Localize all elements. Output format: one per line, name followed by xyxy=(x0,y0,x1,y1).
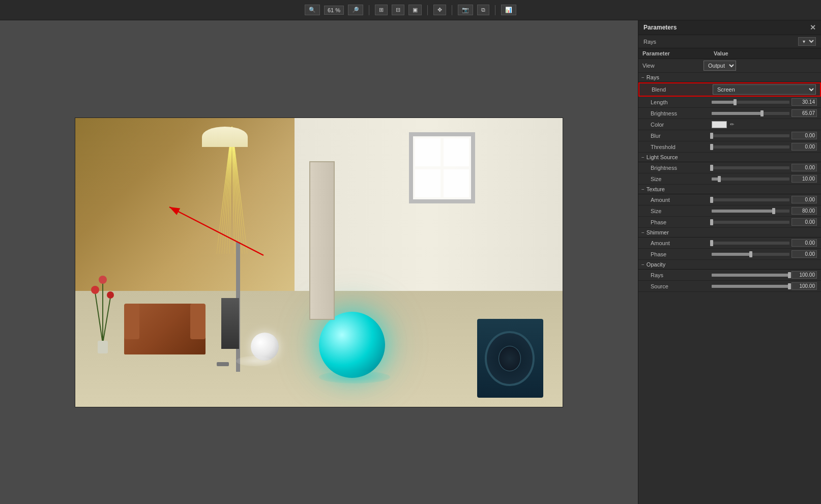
shimmer-phase-value-area xyxy=(712,250,817,258)
texture-size-label: Size xyxy=(651,208,712,214)
svg-rect-19 xyxy=(98,341,108,353)
close-button[interactable]: ✕ xyxy=(810,23,816,32)
ls-brightness-input[interactable] xyxy=(791,164,817,171)
opacity-source-input[interactable] xyxy=(791,282,817,290)
texture-toggle-icon: − xyxy=(641,187,644,192)
opacity-rays-input[interactable] xyxy=(791,271,817,279)
zoom-in-button[interactable]: 🔍 xyxy=(305,5,320,15)
blend-select[interactable]: Screen Add Multiply xyxy=(713,84,816,95)
shimmer-phase-slider[interactable] xyxy=(712,253,789,256)
ls-brightness-row: Brightness xyxy=(638,162,821,173)
texture-size-slider[interactable] xyxy=(712,210,789,213)
shimmer-toggle-icon: − xyxy=(641,230,644,235)
camera-btn[interactable]: 📷 xyxy=(458,5,473,15)
shimmer-section-label: Shimmer xyxy=(647,229,669,235)
layout-btn-3[interactable]: ▣ xyxy=(408,5,422,15)
blend-value-area: Screen Add Multiply xyxy=(713,84,816,95)
texture-phase-row: Phase xyxy=(638,217,821,228)
color-label: Color xyxy=(651,122,712,128)
move-btn[interactable]: ✥ xyxy=(433,5,446,15)
texture-size-input[interactable] xyxy=(791,207,817,215)
window xyxy=(409,132,475,203)
main-area: Parameters ✕ Rays ▾ Parameter Value View… xyxy=(0,20,821,504)
flowers-container xyxy=(85,262,121,354)
opacity-rays-value-area xyxy=(712,271,817,279)
shimmer-section-header[interactable]: − Shimmer xyxy=(638,228,821,238)
opacity-rays-label: Rays xyxy=(651,272,712,278)
lamp-base xyxy=(217,362,229,366)
svg-point-17 xyxy=(99,276,107,284)
rays-brightness-thumb xyxy=(760,110,764,116)
floor-glow-cyan xyxy=(319,371,390,383)
zoom-level-label: 61 % xyxy=(324,6,344,15)
texture-amount-thumb xyxy=(710,197,713,203)
blur-slider[interactable] xyxy=(712,134,789,137)
length-row: Length xyxy=(638,97,821,108)
shimmer-phase-fill xyxy=(712,253,751,256)
shimmer-amount-slider[interactable] xyxy=(712,242,789,245)
svg-point-16 xyxy=(91,286,99,294)
texture-amount-slider[interactable] xyxy=(712,198,789,201)
view-select-wrap: Output xyxy=(703,61,817,71)
blur-value-area xyxy=(712,132,817,139)
shimmer-amount-thumb xyxy=(710,240,713,246)
render-viewport[interactable] xyxy=(75,117,563,407)
rays-brightness-fill xyxy=(712,112,762,115)
color-edit-button[interactable]: ✏ xyxy=(729,122,735,127)
rays-section-header[interactable]: − Rays xyxy=(638,73,821,82)
threshold-input[interactable] xyxy=(791,143,817,151)
cabinet xyxy=(309,161,335,320)
length-slider-fill xyxy=(712,101,735,104)
layout-btn-1[interactable]: ⊞ xyxy=(375,5,388,15)
washing-machine xyxy=(477,319,543,398)
subheader-label: Rays xyxy=(643,39,656,45)
ls-size-slider[interactable] xyxy=(712,177,789,181)
threshold-thumb xyxy=(710,144,713,150)
threshold-label: Threshold xyxy=(651,144,712,150)
shimmer-amount-input[interactable] xyxy=(791,239,817,247)
toolbar-separator-1 xyxy=(369,5,369,15)
texture-size-thumb xyxy=(772,208,775,214)
opacity-source-slider[interactable] xyxy=(712,285,789,288)
length-value-input[interactable] xyxy=(791,98,817,106)
texture-phase-input[interactable] xyxy=(791,218,817,226)
texture-amount-label: Amount xyxy=(651,197,712,203)
threshold-row: Threshold xyxy=(638,141,821,153)
shimmer-amount-row: Amount xyxy=(638,238,821,249)
ls-brightness-slider[interactable] xyxy=(712,166,789,169)
rays-brightness-input[interactable] xyxy=(791,109,817,117)
view-row: View Output xyxy=(638,59,821,73)
rays-section-label: Rays xyxy=(647,74,659,80)
rays-brightness-slider[interactable] xyxy=(712,112,789,115)
view-select[interactable]: Output xyxy=(703,61,736,71)
blur-input[interactable] xyxy=(791,132,817,139)
length-slider-thumb xyxy=(734,99,737,105)
texture-phase-slider[interactable] xyxy=(712,221,789,224)
subheader-dropdown[interactable]: ▾ xyxy=(798,37,816,46)
blur-row: Blur xyxy=(638,130,821,141)
ls-brightness-thumb xyxy=(710,165,713,171)
rays-brightness-label: Brightness xyxy=(651,110,712,116)
opacity-source-value-area xyxy=(712,282,817,290)
stats-btn[interactable]: 📊 xyxy=(501,5,516,15)
length-slider[interactable] xyxy=(712,101,789,104)
window-btn[interactable]: ⧉ xyxy=(477,5,489,15)
zoom-out-button[interactable]: 🔎 xyxy=(348,5,363,15)
opacity-section-header[interactable]: − Opacity xyxy=(638,260,821,270)
svg-line-13 xyxy=(95,292,103,343)
texture-section-header[interactable]: − Texture xyxy=(638,185,821,194)
texture-amount-input[interactable] xyxy=(791,196,817,203)
shimmer-phase-input[interactable] xyxy=(791,250,817,258)
color-swatch[interactable] xyxy=(712,121,727,128)
ls-size-input[interactable] xyxy=(791,175,817,183)
opacity-section-label: Opacity xyxy=(647,261,665,268)
window-panes xyxy=(413,136,471,199)
light-source-section-header[interactable]: − Light Source xyxy=(638,153,821,162)
ls-size-row: Size xyxy=(638,173,821,185)
layout-btn-2[interactable]: ⊟ xyxy=(392,5,404,15)
threshold-slider[interactable] xyxy=(712,145,789,149)
opacity-rays-slider[interactable] xyxy=(712,274,789,277)
shimmer-phase-thumb xyxy=(749,251,752,257)
opacity-rays-fill xyxy=(712,274,789,277)
column-headers: Parameter Value xyxy=(638,48,821,59)
